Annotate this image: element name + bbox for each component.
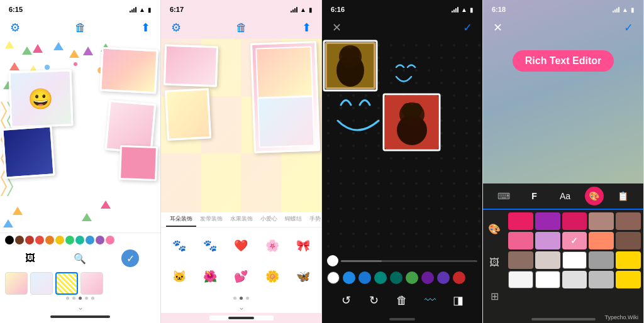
- swatch-pink3[interactable]: [508, 232, 533, 249]
- swatch-mauve1[interactable]: [589, 212, 614, 230]
- color-btn[interactable]: 🎨: [585, 187, 604, 205]
- color-pink[interactable]: [106, 236, 114, 244]
- font-btn[interactable]: F: [523, 186, 546, 206]
- trash-icon[interactable]: 🗑: [392, 290, 412, 310]
- color-lightred[interactable]: [35, 236, 44, 244]
- svg-point-41: [350, 47, 360, 59]
- undo-icon[interactable]: ↺: [336, 290, 356, 310]
- swatch-white[interactable]: [562, 251, 587, 269]
- sticker-icon[interactable]: 🖼: [21, 249, 39, 267]
- color-teal2-3[interactable]: [390, 271, 402, 284]
- swatch-white2[interactable]: [535, 271, 560, 288]
- swatch-lightgray2[interactable]: [562, 271, 587, 288]
- swatch-yellow[interactable]: [616, 251, 641, 269]
- text-size-btn[interactable]: Aa: [554, 186, 577, 206]
- color-brown[interactable]: [15, 236, 24, 244]
- swatch-pink2[interactable]: [562, 212, 587, 230]
- swatch-pink4-selected[interactable]: ✓: [562, 232, 587, 249]
- color-green-3[interactable]: [406, 271, 418, 284]
- texture-3[interactable]: [55, 272, 78, 295]
- color-teal[interactable]: [75, 236, 84, 244]
- swatch-medgray[interactable]: [589, 271, 614, 288]
- sticker-1[interactable]: 🐾: [165, 231, 193, 260]
- swatch-yellow2[interactable]: [616, 271, 641, 288]
- color-purple-3[interactable]: [421, 271, 434, 284]
- sticker-5[interactable]: 🎀: [289, 231, 318, 260]
- eraser-icon[interactable]: ◨: [448, 290, 469, 310]
- delete-icon-2[interactable]: 🗑: [236, 21, 247, 35]
- grid-icon[interactable]: ⊞: [491, 290, 499, 302]
- search-icon[interactable]: 🔍: [71, 249, 89, 267]
- check-icon-3[interactable]: ✓: [463, 21, 472, 35]
- copy-btn[interactable]: 📋: [612, 186, 635, 206]
- keyboard-btn[interactable]: ⌨: [492, 186, 515, 206]
- sticker-2[interactable]: 🐾: [196, 231, 224, 260]
- swatch-lightgray1[interactable]: [508, 271, 533, 288]
- tab-bow[interactable]: 蝴蝶结: [281, 212, 306, 227]
- color-black[interactable]: [5, 236, 14, 244]
- swatch-orange1[interactable]: [589, 232, 614, 249]
- color-red[interactable]: [25, 236, 34, 244]
- color-green[interactable]: [65, 236, 74, 244]
- tab-ear-decoration[interactable]: 耳朵装饰: [166, 212, 196, 227]
- watermark: Typecho.Wiki: [604, 314, 638, 320]
- sticker-4[interactable]: 🌸: [258, 231, 286, 260]
- close-icon-3[interactable]: ✕: [332, 21, 341, 35]
- svg-marker-3: [53, 42, 64, 50]
- color-orange[interactable]: [45, 236, 54, 244]
- svg-marker-15: [13, 207, 23, 215]
- swatch-brown3[interactable]: [508, 251, 533, 269]
- image-icon[interactable]: 🖼: [489, 257, 499, 268]
- drawing-area-3[interactable]: [322, 39, 482, 253]
- sticker-7[interactable]: 🌺: [196, 263, 224, 291]
- color-violet-3[interactable]: [437, 271, 450, 284]
- swatch-purple1[interactable]: [535, 212, 560, 230]
- swatch-beige[interactable]: [535, 251, 560, 269]
- swatch-brown1[interactable]: [616, 212, 641, 230]
- swatch-gray[interactable]: [589, 251, 614, 269]
- texture-4[interactable]: [80, 272, 103, 295]
- swatch-brown2[interactable]: [616, 232, 641, 249]
- status-time-2: 6:17: [170, 6, 184, 13]
- photo-p2-1: [250, 41, 320, 153]
- tab-hair-decoration[interactable]: 发带装饰: [196, 212, 226, 227]
- share-icon-1[interactable]: ⬆: [141, 21, 150, 35]
- color-blue1-3[interactable]: [343, 271, 355, 284]
- swatch-pink1[interactable]: [508, 212, 533, 230]
- brush-icon[interactable]: 〰: [420, 290, 440, 310]
- photo-p2-3: [165, 88, 211, 141]
- sticker-8[interactable]: 💕: [227, 263, 255, 291]
- sticker-6[interactable]: 🐱: [165, 263, 193, 291]
- check-icon-4[interactable]: ✓: [624, 21, 633, 35]
- swatch-lavender[interactable]: [535, 232, 560, 249]
- color-yellow[interactable]: [55, 236, 64, 244]
- sticker-9[interactable]: 🌼: [258, 263, 286, 291]
- delete-icon-1[interactable]: 🗑: [75, 21, 86, 35]
- redo-icon[interactable]: ↻: [364, 290, 384, 310]
- texture-1[interactable]: [5, 272, 28, 295]
- settings-icon-1[interactable]: ⚙: [10, 21, 20, 35]
- sticker-3[interactable]: ❤️: [227, 231, 255, 260]
- color-blue2-3[interactable]: [358, 271, 371, 284]
- color-teal-3[interactable]: [374, 271, 387, 284]
- phone-4: 6:18 ▲ ▮ ✕ ✓ Rich Text Editor: [483, 0, 644, 323]
- tab-gesture[interactable]: 手势: [306, 212, 321, 227]
- wifi-icon-3: ▲: [461, 6, 467, 13]
- texture-2[interactable]: [30, 272, 53, 295]
- color-purple[interactable]: [96, 236, 104, 244]
- check-icon[interactable]: ✓: [121, 249, 139, 267]
- color-row-1: [508, 212, 641, 230]
- svg-marker-2: [33, 44, 43, 53]
- chevron-down-1[interactable]: ⌄: [5, 302, 155, 313]
- color-blue[interactable]: [86, 236, 94, 244]
- share-icon-2[interactable]: ⬆: [302, 21, 311, 35]
- sticker-10[interactable]: 🦋: [289, 263, 318, 291]
- tab-fruit-decoration[interactable]: 水果装饰: [226, 212, 257, 227]
- chevron-down-2[interactable]: ⌄: [161, 302, 321, 313]
- settings-icon-2[interactable]: ⚙: [171, 21, 181, 35]
- close-icon-4[interactable]: ✕: [493, 21, 502, 35]
- palette-icon[interactable]: 🎨: [488, 223, 501, 235]
- color-white-3[interactable]: [327, 271, 340, 284]
- color-red-3[interactable]: [453, 271, 465, 284]
- tab-heart[interactable]: 小爱心: [257, 212, 281, 227]
